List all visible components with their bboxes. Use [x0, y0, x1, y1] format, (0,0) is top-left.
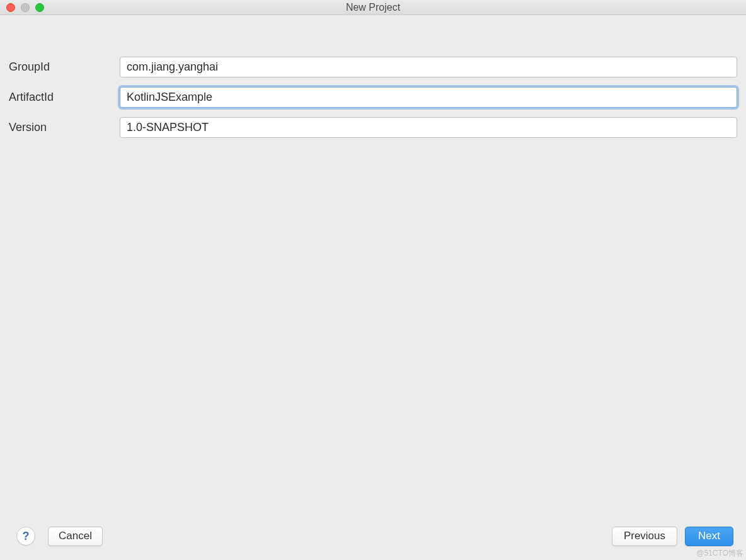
next-button[interactable]: Next	[685, 527, 733, 546]
window-titlebar: New Project	[0, 0, 746, 15]
dialog-content: GroupId ArtifactId Version	[0, 15, 746, 523]
artifact-id-input[interactable]	[120, 87, 737, 108]
help-button[interactable]: ?	[16, 527, 35, 546]
version-row: Version	[9, 117, 737, 138]
dialog-footer: ? Cancel Previous Next	[0, 523, 746, 560]
group-id-label: GroupId	[9, 60, 120, 74]
version-label: Version	[9, 121, 120, 134]
window-title: New Project	[0, 0, 746, 15]
cancel-button[interactable]: Cancel	[48, 527, 103, 546]
version-input[interactable]	[120, 117, 737, 138]
previous-button[interactable]: Previous	[612, 527, 677, 546]
group-id-input[interactable]	[120, 57, 737, 77]
group-id-row: GroupId	[9, 57, 737, 77]
artifact-id-row: ArtifactId	[9, 87, 737, 108]
help-icon: ?	[23, 530, 30, 543]
artifact-id-label: ArtifactId	[9, 91, 120, 104]
